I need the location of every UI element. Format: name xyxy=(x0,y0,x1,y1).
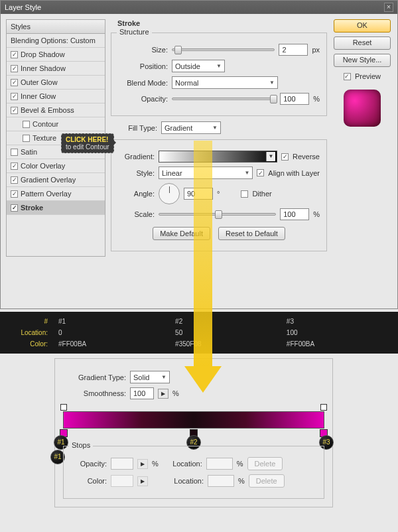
opacity-input[interactable] xyxy=(280,93,309,105)
delete-button: Delete xyxy=(247,457,283,470)
ok-button[interactable]: OK xyxy=(334,19,391,33)
effect-checkbox[interactable] xyxy=(11,51,18,58)
effect-pattern-overlay[interactable]: Pattern Overlay xyxy=(7,187,105,201)
stop-opacity-input xyxy=(111,458,133,470)
blending-options[interactable]: Blending Options: Custom xyxy=(7,34,105,48)
new-style-button[interactable]: New Style... xyxy=(334,54,391,67)
align-checkbox[interactable] xyxy=(257,169,264,176)
effect-checkbox[interactable] xyxy=(11,65,18,72)
effect-checkbox[interactable] xyxy=(11,93,18,100)
opacity-stop[interactable] xyxy=(320,404,327,411)
titlebar: Layer Style × xyxy=(1,1,397,14)
chevron-right-icon[interactable]: ▶ xyxy=(158,389,168,399)
opacity-stop[interactable] xyxy=(60,404,67,411)
effect-checkbox[interactable] xyxy=(11,163,18,170)
preview-swatch xyxy=(344,90,381,127)
styles-header[interactable]: Styles xyxy=(7,20,105,34)
stroke-settings: Stroke Structure Size:px Position:Outsid… xyxy=(111,19,327,257)
size-slider[interactable] xyxy=(172,48,275,51)
gradient-type-select[interactable]: Solid▼ xyxy=(130,371,170,383)
effect-checkbox[interactable] xyxy=(11,204,18,212)
close-icon[interactable]: × xyxy=(384,3,393,12)
stops-group: Stops xyxy=(69,441,93,449)
dither-checkbox[interactable] xyxy=(241,190,248,198)
angle-input[interactable] xyxy=(184,188,213,200)
scale-input[interactable] xyxy=(280,208,309,220)
make-default-button[interactable]: Make Default xyxy=(153,227,210,240)
layer-style-dialog: Layer Style × Styles Blending Options: C… xyxy=(0,0,398,309)
effect-color-overlay[interactable]: Color Overlay xyxy=(7,159,105,173)
effect-checkbox[interactable] xyxy=(11,79,18,86)
angle-dial[interactable] xyxy=(159,183,180,204)
section-title: Stroke xyxy=(117,19,327,27)
blendmode-select[interactable]: Normal▼ xyxy=(172,76,278,89)
tutorial-callout: CLICK HERE! to edit Contour xyxy=(61,133,114,153)
effect-outer-glow[interactable]: Outer Glow xyxy=(7,76,105,90)
gradient-picker[interactable]: ▼ xyxy=(159,151,277,163)
effect-drop-shadow[interactable]: Drop Shadow xyxy=(7,48,105,62)
effect-checkbox[interactable] xyxy=(11,107,18,114)
reverse-checkbox[interactable] xyxy=(281,153,289,161)
effect-checkbox[interactable] xyxy=(11,190,18,198)
reset-button[interactable]: Reset xyxy=(334,36,391,50)
gradient-editor: Gradient Type:Solid▼ Smoothness:▶% #1 #1… xyxy=(54,358,333,507)
size-input[interactable] xyxy=(279,44,308,56)
dialog-title: Layer Style xyxy=(5,3,41,11)
reset-default-button[interactable]: Reset to Default xyxy=(218,227,285,240)
effect-checkbox[interactable] xyxy=(11,176,18,184)
smoothness-input[interactable] xyxy=(130,387,154,399)
stop-color-swatch xyxy=(111,475,133,487)
stop-location-input xyxy=(206,458,233,470)
effect-inner-glow[interactable]: Inner Glow xyxy=(7,90,105,103)
effect-contour[interactable]: Contour xyxy=(7,117,105,131)
effect-checkbox[interactable] xyxy=(23,121,30,128)
delete-button: Delete xyxy=(249,474,285,488)
structure-group: Structure xyxy=(117,28,152,36)
preview-checkbox[interactable] xyxy=(344,73,351,80)
scale-slider[interactable] xyxy=(159,213,276,216)
info-strip: ##1#2#3 Location:050100 Color:#FF00BA#35… xyxy=(0,312,398,354)
gradient-bar[interactable] xyxy=(63,411,324,429)
effect-stroke[interactable]: Stroke xyxy=(7,201,105,215)
opacity-slider[interactable] xyxy=(172,98,276,100)
dialog-buttons: OK Reset New Style... Preview xyxy=(332,19,392,257)
effect-checkbox[interactable] xyxy=(23,135,30,142)
stop-location-input xyxy=(208,475,234,487)
filltype-select[interactable]: Gradient▼ xyxy=(161,121,221,134)
chevron-down-icon[interactable]: ▼ xyxy=(266,152,275,161)
position-select[interactable]: Outside▼ xyxy=(172,60,225,72)
effect-inner-shadow[interactable]: Inner Shadow xyxy=(7,62,105,76)
effect-bevel-emboss[interactable]: Bevel & Emboss xyxy=(7,103,105,117)
effect-gradient-overlay[interactable]: Gradient Overlay xyxy=(7,173,105,187)
effect-checkbox[interactable] xyxy=(11,149,18,156)
gradient-style-select[interactable]: Linear▼ xyxy=(159,166,253,179)
